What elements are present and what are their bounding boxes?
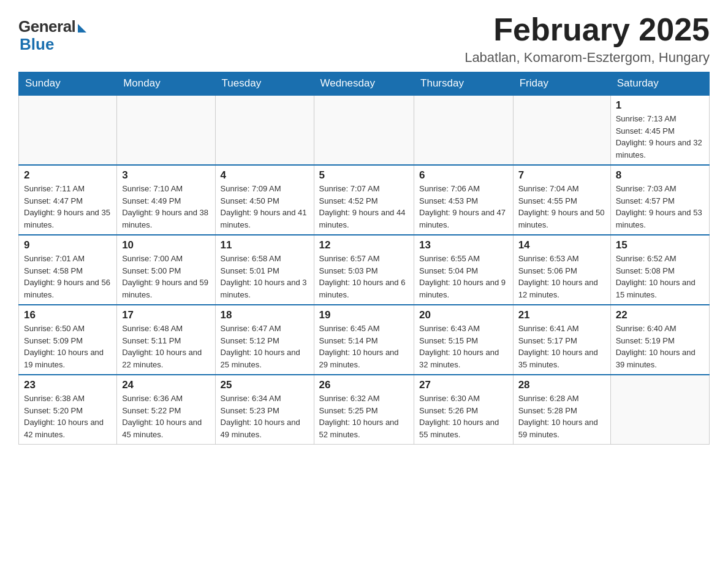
calendar-cell-1-3 [215,95,314,165]
day-number: 20 [419,309,508,321]
calendar-cell-5-6: 28Sunrise: 6:28 AMSunset: 5:28 PMDayligh… [513,375,610,445]
day-info: Sunrise: 7:10 AMSunset: 4:49 PMDaylight:… [122,183,210,231]
calendar-cell-2-3: 4Sunrise: 7:09 AMSunset: 4:50 PMDaylight… [215,165,314,235]
day-info: Sunrise: 7:09 AMSunset: 4:50 PMDaylight:… [221,183,309,231]
day-info: Sunrise: 6:30 AMSunset: 5:26 PMDaylight:… [419,393,508,440]
day-number: 25 [221,379,309,391]
day-number: 14 [518,239,605,251]
calendar-cell-1-4 [314,95,414,165]
day-number: 19 [319,309,409,321]
calendar-cell-2-6: 7Sunrise: 7:04 AMSunset: 4:55 PMDaylight… [513,165,610,235]
calendar-cell-5-2: 24Sunrise: 6:36 AMSunset: 5:22 PMDayligh… [117,375,215,445]
calendar-cell-4-5: 20Sunrise: 6:43 AMSunset: 5:15 PMDayligh… [414,305,514,375]
day-number: 12 [319,239,409,251]
calendar-cell-3-6: 14Sunrise: 6:53 AMSunset: 5:06 PMDayligh… [513,235,610,305]
day-number: 23 [24,379,112,391]
day-info: Sunrise: 6:36 AMSunset: 5:22 PMDaylight:… [122,393,210,440]
calendar-cell-2-2: 3Sunrise: 7:10 AMSunset: 4:49 PMDaylight… [117,165,215,235]
calendar-cell-4-1: 16Sunrise: 6:50 AMSunset: 5:09 PMDayligh… [19,305,117,375]
day-info: Sunrise: 6:58 AMSunset: 5:01 PMDaylight:… [221,253,309,301]
logo-blue-text: Blue [20,35,54,54]
logo-triangle-icon [78,24,86,33]
day-number: 4 [221,169,309,182]
calendar-cell-1-7: 1Sunrise: 7:13 AMSunset: 4:45 PMDaylight… [610,95,709,165]
day-info: Sunrise: 7:06 AMSunset: 4:53 PMDaylight:… [419,183,508,231]
month-title: February 2025 [464,12,710,47]
day-info: Sunrise: 6:53 AMSunset: 5:06 PMDaylight:… [518,253,605,301]
day-info: Sunrise: 6:32 AMSunset: 5:25 PMDaylight:… [319,393,409,440]
calendar-cell-5-1: 23Sunrise: 6:38 AMSunset: 5:20 PMDayligh… [19,375,117,445]
calendar-cell-4-7: 22Sunrise: 6:40 AMSunset: 5:19 PMDayligh… [610,305,709,375]
day-info: Sunrise: 6:47 AMSunset: 5:12 PMDaylight:… [221,323,309,370]
calendar-cell-4-4: 19Sunrise: 6:45 AMSunset: 5:14 PMDayligh… [314,305,414,375]
calendar-cell-3-1: 9Sunrise: 7:01 AMSunset: 4:58 PMDaylight… [19,235,117,305]
day-number: 18 [221,309,309,321]
calendar-cell-3-2: 10Sunrise: 7:00 AMSunset: 5:00 PMDayligh… [117,235,215,305]
day-number: 3 [122,169,210,182]
day-info: Sunrise: 6:52 AMSunset: 5:08 PMDaylight:… [616,253,704,301]
calendar-cell-2-4: 5Sunrise: 7:07 AMSunset: 4:52 PMDaylight… [314,165,414,235]
calendar-table: SundayMondayTuesdayWednesdayThursdayFrid… [18,72,710,445]
day-number: 6 [419,169,508,182]
day-info: Sunrise: 6:41 AMSunset: 5:17 PMDaylight:… [518,323,605,370]
calendar-cell-5-3: 25Sunrise: 6:34 AMSunset: 5:23 PMDayligh… [215,375,314,445]
day-info: Sunrise: 7:00 AMSunset: 5:00 PMDaylight:… [122,253,210,301]
day-number: 26 [319,379,409,391]
day-number: 16 [24,309,112,321]
calendar-cell-1-5 [414,95,514,165]
day-number: 1 [616,99,704,112]
day-number: 17 [122,309,210,321]
calendar-cell-3-4: 12Sunrise: 6:57 AMSunset: 5:03 PMDayligh… [314,235,414,305]
day-info: Sunrise: 7:13 AMSunset: 4:45 PMDaylight:… [616,113,704,161]
day-number: 11 [221,239,309,251]
calendar-cell-5-7 [610,375,709,445]
weekday-header-thursday: Thursday [414,72,514,96]
day-info: Sunrise: 6:38 AMSunset: 5:20 PMDaylight:… [24,393,112,440]
week-row-3: 9Sunrise: 7:01 AMSunset: 4:58 PMDaylight… [19,235,710,305]
logo: General Blue [18,17,86,54]
title-block: February 2025 Labatlan, Komarom-Esztergo… [464,12,710,66]
weekday-header-saturday: Saturday [610,72,709,96]
calendar-cell-3-3: 11Sunrise: 6:58 AMSunset: 5:01 PMDayligh… [215,235,314,305]
day-info: Sunrise: 6:40 AMSunset: 5:19 PMDaylight:… [616,323,704,370]
calendar-cell-1-2 [117,95,215,165]
weekday-header-friday: Friday [513,72,610,96]
week-row-5: 23Sunrise: 6:38 AMSunset: 5:20 PMDayligh… [19,375,710,445]
week-row-1: 1Sunrise: 7:13 AMSunset: 4:45 PMDaylight… [19,95,710,165]
calendar-cell-3-5: 13Sunrise: 6:55 AMSunset: 5:04 PMDayligh… [414,235,514,305]
calendar-cell-4-3: 18Sunrise: 6:47 AMSunset: 5:12 PMDayligh… [215,305,314,375]
day-info: Sunrise: 6:57 AMSunset: 5:03 PMDaylight:… [319,253,409,301]
calendar-cell-5-5: 27Sunrise: 6:30 AMSunset: 5:26 PMDayligh… [414,375,514,445]
day-number: 7 [518,169,605,182]
day-number: 13 [419,239,508,251]
day-info: Sunrise: 6:45 AMSunset: 5:14 PMDaylight:… [319,323,409,370]
location-title: Labatlan, Komarom-Esztergom, Hungary [464,50,710,66]
page-header: General Blue February 2025 Labatlan, Kom… [18,12,710,66]
calendar-cell-1-6 [513,95,610,165]
day-number: 27 [419,379,508,391]
calendar-cell-2-1: 2Sunrise: 7:11 AMSunset: 4:47 PMDaylight… [19,165,117,235]
weekday-header-tuesday: Tuesday [215,72,314,96]
day-number: 21 [518,309,605,321]
day-info: Sunrise: 6:50 AMSunset: 5:09 PMDaylight:… [24,323,112,370]
day-number: 2 [24,169,112,182]
day-info: Sunrise: 7:04 AMSunset: 4:55 PMDaylight:… [518,183,605,231]
day-info: Sunrise: 6:34 AMSunset: 5:23 PMDaylight:… [221,393,309,440]
day-number: 9 [24,239,112,251]
calendar-cell-4-2: 17Sunrise: 6:48 AMSunset: 5:11 PMDayligh… [117,305,215,375]
day-info: Sunrise: 6:43 AMSunset: 5:15 PMDaylight:… [419,323,508,370]
day-number: 28 [518,379,605,391]
day-number: 15 [616,239,704,251]
day-info: Sunrise: 6:28 AMSunset: 5:28 PMDaylight:… [518,393,605,440]
logo-general-text: General [18,17,75,36]
week-row-2: 2Sunrise: 7:11 AMSunset: 4:47 PMDaylight… [19,165,710,235]
calendar-cell-1-1 [19,95,117,165]
day-info: Sunrise: 7:11 AMSunset: 4:47 PMDaylight:… [24,183,112,231]
day-info: Sunrise: 7:01 AMSunset: 4:58 PMDaylight:… [24,253,112,301]
calendar-cell-4-6: 21Sunrise: 6:41 AMSunset: 5:17 PMDayligh… [513,305,610,375]
day-number: 8 [616,169,704,182]
weekday-header-sunday: Sunday [19,72,117,96]
week-row-4: 16Sunrise: 6:50 AMSunset: 5:09 PMDayligh… [19,305,710,375]
day-number: 5 [319,169,409,182]
day-info: Sunrise: 7:03 AMSunset: 4:57 PMDaylight:… [616,183,704,231]
